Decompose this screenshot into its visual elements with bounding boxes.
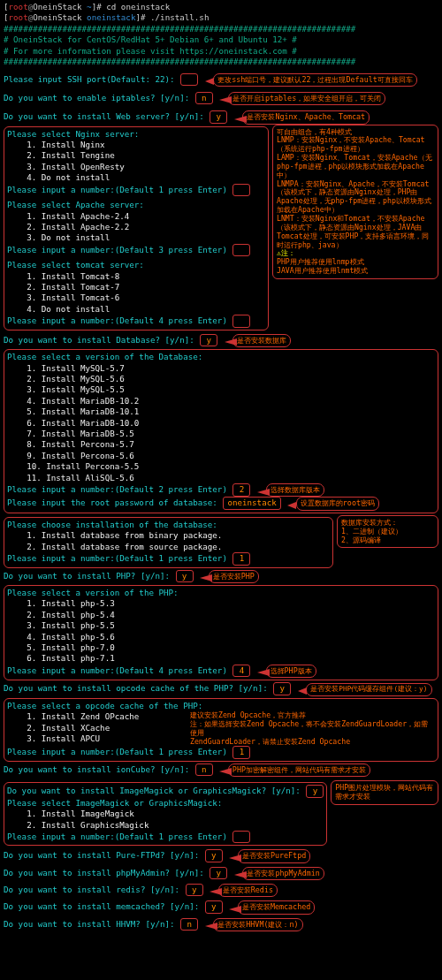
list-item: 1. Install ImageMagick xyxy=(7,809,324,819)
list-item: 2. Install database from source package. xyxy=(7,542,330,552)
web-answer[interactable]: y xyxy=(210,110,227,123)
list-item: 2. Install MySQL-5.6 xyxy=(7,374,435,384)
list-item: 3. Install OpenResty xyxy=(7,162,265,172)
list-item: 4. Do not install xyxy=(7,172,265,183)
list-item: 2. Install php-5.4 xyxy=(7,610,435,620)
shell-line-1: [root@OneinStack ~]# cd oneinstack xyxy=(4,2,438,12)
list-item: 1. Install Nginx xyxy=(7,140,265,150)
list-item: 3. Do not install xyxy=(7,232,265,243)
list-item: 1. Install Zend OPcache xyxy=(7,711,185,722)
list-item: 2. Install XCache xyxy=(7,723,185,733)
db-install-box: Please choose installation of the databa… xyxy=(4,517,333,568)
magick-help: PHP图片处理模块，网站代码有需求才安装 xyxy=(331,780,438,805)
opcode-line: Do you want to install opcode cache of t… xyxy=(4,682,438,696)
list-item: 6. Install MariaDB-10.0 xyxy=(7,418,435,429)
iptables-line: Do you want to enable iptables? [y/n]: n… xyxy=(4,92,438,105)
list-item: 3. Install APCU xyxy=(7,733,185,744)
list-item: 1. Install MySQL-5.7 xyxy=(7,363,435,374)
list-item: 5. Install MariaDB-10.1 xyxy=(7,406,435,417)
list-item: 1. Install Tomcat-8 xyxy=(7,271,265,282)
list-item: 11. Install AliSQL-5.6 xyxy=(7,473,435,483)
opcode-help: 建议安装Zend Opcache，官方推荐注：如果选择安装Zend Opcach… xyxy=(188,711,435,746)
list-item: 1. Install Apache-2.4 xyxy=(7,211,265,222)
terminal: [root@OneinStack ~]# cd oneinstack [root… xyxy=(0,0,442,940)
ftp-line: Do you want to install Pure-FTPd? [y/n]:… xyxy=(4,849,438,862)
list-item: 2. Install GraphicsMagick xyxy=(7,820,324,831)
ssh-note: 更改ssh端口号，建议默认22，过程出现Default可直接回车 xyxy=(213,73,417,87)
php-line: Do you want to install PHP? [y/n]: y 是否安… xyxy=(4,570,438,583)
list-item: 4. Do not install xyxy=(7,304,265,315)
redis-line: Do you want to install redis? [y/n]: y 是… xyxy=(4,884,438,897)
list-item: 3. Install MySQL-5.5 xyxy=(7,384,435,395)
server-help: 可自由组合，有4种模式LNMP：安装Nginx，不安装Apache、Tomcat… xyxy=(272,125,438,279)
hhvm-line: Do you want to install HHVM? [y/n]: n 是否… xyxy=(4,918,438,931)
server-select-box: Please select Nginx server: 1. Install N… xyxy=(4,126,269,330)
ssh-port-line: Please input SSH port(Default: 22): 更改ss… xyxy=(4,73,438,87)
list-item: 7. Install MariaDB-5.5 xyxy=(7,429,435,439)
list-item: 6. Install php-7.1 xyxy=(7,653,435,664)
db-install-help: 数据库安装方式：1、二进制（建议）2、源码编译 xyxy=(337,515,438,549)
ioncube-line: Do you want to install ionCube? [y/n]: n… xyxy=(4,763,438,777)
web-note: 是否安装Nginx、Apache、Tomcat xyxy=(242,110,370,124)
pma-line: Do you want to install phpMyAdmin? [y/n]… xyxy=(4,867,438,880)
list-item: 2. Install Tomcat-7 xyxy=(7,282,265,292)
iptables-note: 是否开启iptables，如果安全组开启，可关闭 xyxy=(228,92,385,105)
magick-box: Do you want to install ImageMagick or Gr… xyxy=(4,782,327,846)
shell-line-2: [root@OneinStack oneinstack]# ./install.… xyxy=(4,12,438,23)
list-item: 3. Install Tomcat-6 xyxy=(7,292,265,303)
list-item: 1. Install database from binary package. xyxy=(7,530,330,541)
opcode-box: Please select a opcode cache of the PHP:… xyxy=(4,698,438,762)
list-item: 4. Install php-5.6 xyxy=(7,632,435,642)
list-item: 2. Install Tengine xyxy=(7,150,265,161)
memcached-line: Do you want to install memcached? [y/n]:… xyxy=(4,900,438,914)
banner: ########################################… xyxy=(4,24,438,68)
list-item: 4. Install MariaDB-10.2 xyxy=(7,396,435,406)
iptables-answer[interactable]: n xyxy=(195,92,213,104)
list-item: 2. Install Apache-2.2 xyxy=(7,222,265,232)
list-item: 1. Install php-5.3 xyxy=(7,598,435,609)
list-item: 5. Install php-7.0 xyxy=(7,642,435,653)
list-item: 3. Install php-5.5 xyxy=(7,620,435,631)
db-version-box: Please select a version of the Database:… xyxy=(4,349,438,513)
ssh-port-input[interactable] xyxy=(180,73,198,86)
list-item: 9. Install Percona-5.6 xyxy=(7,451,435,461)
db-line: Do you want to install Database? [y/n]: … xyxy=(4,334,438,347)
list-item: 8. Install Percona-5.7 xyxy=(7,439,435,450)
list-item: 10. Install Percona-5.5 xyxy=(7,461,435,472)
web-line: Do you want to install Web server? [y/n]… xyxy=(4,110,438,124)
php-version-box: Please select a version of the PHP: 1. I… xyxy=(4,585,438,680)
